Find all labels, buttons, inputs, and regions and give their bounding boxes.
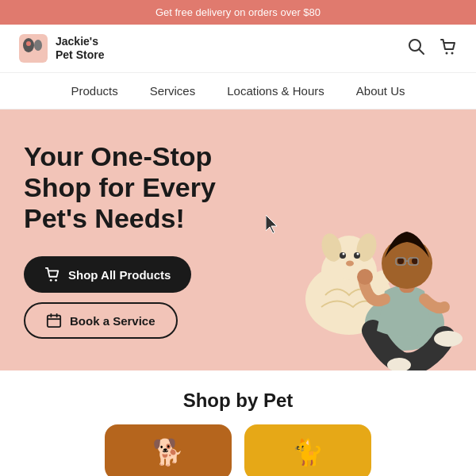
- cart-icon[interactable]: [440, 38, 457, 60]
- svg-rect-32: [396, 258, 405, 265]
- header-actions: [408, 38, 457, 60]
- svg-point-23: [346, 261, 354, 267]
- svg-point-29: [382, 238, 432, 289]
- hero-title: Your One-Stop Shop for Every Pet's Needs…: [24, 141, 259, 234]
- hero-buttons: Shop All Products Book a Service: [24, 256, 259, 339]
- nav-item-locations[interactable]: Locations & Hours: [227, 84, 324, 98]
- svg-point-31: [412, 258, 418, 264]
- svg-point-20: [354, 252, 360, 259]
- svg-point-7: [451, 52, 454, 54]
- svg-point-16: [327, 236, 371, 280]
- svg-point-6: [446, 52, 448, 54]
- svg-point-21: [343, 253, 345, 255]
- cursor-pointer: [266, 215, 280, 234]
- main-nav: Products Services Locations & Hours Abou…: [0, 73, 476, 109]
- svg-rect-28: [399, 275, 415, 293]
- svg-point-24: [367, 267, 394, 292]
- svg-point-27: [387, 358, 411, 370]
- nav-item-services[interactable]: Services: [150, 84, 196, 98]
- svg-point-30: [397, 258, 404, 264]
- svg-point-3: [26, 41, 31, 46]
- svg-point-18: [354, 232, 379, 264]
- svg-point-17: [319, 232, 344, 264]
- logo[interactable]: Jackie's Pet Store: [19, 34, 104, 63]
- hero-section: Your One-Stop Shop for Every Pet's Needs…: [0, 109, 476, 370]
- cart-button-icon: [44, 267, 60, 282]
- svg-point-19: [340, 252, 346, 259]
- svg-rect-10: [48, 316, 60, 328]
- svg-point-14: [305, 263, 393, 335]
- svg-point-15: [321, 246, 377, 297]
- pet-card-cat[interactable]: 🐈: [244, 424, 371, 476]
- dog-icon: 🐕: [152, 437, 184, 467]
- logo-text: Jackie's Pet Store: [56, 35, 104, 62]
- svg-line-5: [419, 49, 424, 54]
- svg-point-26: [434, 331, 463, 347]
- shop-all-products-button[interactable]: Shop All Products: [24, 256, 191, 293]
- svg-point-2: [34, 40, 42, 51]
- pet-cards: 🐕 🐈: [19, 424, 457, 476]
- nav-item-products[interactable]: Products: [71, 84, 117, 98]
- calendar-button-icon: [46, 313, 62, 328]
- header: Jackie's Pet Store: [0, 25, 476, 73]
- hero-text-area: Your One-Stop Shop for Every Pet's Needs…: [24, 141, 259, 339]
- person-dog-illustration: [246, 140, 468, 370]
- book-service-button[interactable]: Book a Service: [24, 302, 178, 339]
- cat-icon: 🐈: [292, 437, 324, 467]
- svg-point-22: [357, 253, 359, 255]
- pet-card-dog[interactable]: 🐕: [105, 424, 232, 476]
- nav-item-about[interactable]: About Us: [356, 84, 405, 98]
- announcement-bar: Get free delivery on orders over $80: [0, 0, 476, 25]
- announcement-text: Get free delivery on orders over $80: [155, 6, 321, 18]
- shop-by-pet-title: Shop by Pet: [19, 390, 457, 412]
- search-icon[interactable]: [408, 38, 425, 60]
- svg-point-9: [55, 279, 57, 282]
- logo-icon: [19, 34, 48, 63]
- svg-point-8: [50, 279, 52, 282]
- svg-point-35: [357, 269, 373, 285]
- shop-by-pet-section: Shop by Pet 🐕 🐈: [0, 370, 476, 476]
- svg-point-25: [365, 295, 444, 351]
- svg-rect-33: [409, 258, 418, 265]
